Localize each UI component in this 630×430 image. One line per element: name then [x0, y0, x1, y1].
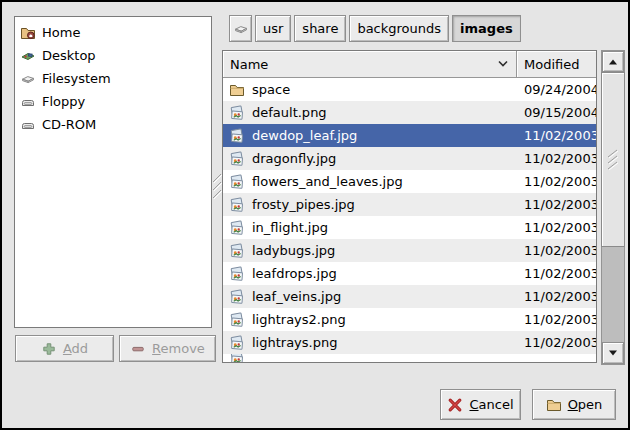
- scroll-up-button[interactable]: [602, 51, 624, 72]
- sidebar-item-floppy[interactable]: Floppy: [15, 90, 211, 113]
- file-row-leafdrops.jpg[interactable]: leafdrops.jpg11/02/2003: [223, 262, 596, 285]
- open-button-label: Open: [568, 397, 603, 412]
- file-name-cell: dragonfly.jpg: [223, 151, 517, 167]
- file-name: dewdop_leaf.jpg: [252, 128, 357, 143]
- file-name-cell: ladybugs.jpg: [223, 243, 517, 259]
- file-name-cell: leaf_veins.jpg: [223, 289, 517, 305]
- file-name: lightrays2.png: [252, 312, 346, 327]
- remove-minus-icon: [130, 341, 146, 357]
- file-name: space: [252, 82, 290, 97]
- image-file-icon: [229, 105, 245, 121]
- sidebar-item-desktop[interactable]: Desktop: [15, 44, 211, 67]
- image-file-icon: [229, 335, 245, 351]
- open-button[interactable]: Open: [532, 389, 616, 420]
- modified-column-label: Modified: [524, 57, 579, 72]
- sidebar-list: HomeDesktopFilesystemFloppyCD-ROM: [15, 21, 211, 136]
- list-header: Name Modified: [223, 51, 596, 78]
- cancel-button-label: Cancel: [469, 397, 513, 412]
- image-file-icon: [229, 220, 245, 236]
- image-file-icon: [229, 354, 245, 362]
- file-modified: 11/02/2003: [517, 312, 596, 327]
- file-name-cell: dewdop_leaf.jpg: [223, 128, 517, 144]
- file-row-partial[interactable]: [223, 354, 596, 362]
- image-file-icon: [229, 243, 245, 259]
- column-header-modified[interactable]: Modified: [517, 51, 596, 78]
- path-button-label: backgrounds: [357, 21, 441, 36]
- name-column-label: Name: [230, 57, 268, 72]
- file-modified: 09/24/2004: [517, 82, 596, 97]
- file-modified: 11/02/2003: [517, 174, 596, 189]
- cancel-x-icon: [447, 397, 463, 413]
- places-sidebar: HomeDesktopFilesystemFloppyCD-ROM: [14, 16, 212, 328]
- image-file-icon: [229, 266, 245, 282]
- add-button-label: Add: [63, 341, 88, 356]
- file-name-cell: default.png: [223, 105, 517, 121]
- file-row-frosty_pipes.jpg[interactable]: frosty_pipes.jpg11/02/2003: [223, 193, 596, 216]
- sort-chevron-down-icon: [497, 60, 509, 68]
- add-plus-icon: [41, 341, 57, 357]
- file-name: default.png: [252, 105, 327, 120]
- cancel-button[interactable]: Cancel: [440, 389, 521, 420]
- file-name: frosty_pipes.jpg: [252, 197, 355, 212]
- path-button-label: usr: [263, 21, 283, 36]
- path-button-root[interactable]: [229, 15, 252, 42]
- desktop-icon: [20, 48, 36, 64]
- sidebar-item-label: Desktop: [42, 48, 96, 63]
- path-button-share[interactable]: share: [294, 15, 346, 42]
- scrollbar-track[interactable]: [602, 72, 624, 342]
- filesystem-disk-icon: [233, 21, 249, 37]
- image-file-icon: [229, 151, 245, 167]
- file-modified: 11/02/2003: [517, 151, 596, 166]
- file-name: flowers_and_leaves.jpg: [252, 174, 403, 189]
- file-row-default.png[interactable]: default.png09/15/2004: [223, 101, 596, 124]
- folder-icon: [229, 82, 245, 98]
- remove-button-label: Remove: [152, 341, 205, 356]
- path-button-images[interactable]: images: [452, 15, 521, 42]
- file-row-ladybugs.jpg[interactable]: ladybugs.jpg11/02/2003: [223, 239, 596, 262]
- column-header-name[interactable]: Name: [223, 51, 517, 78]
- home-folder-icon: [20, 25, 36, 41]
- file-modified: 09/15/2004: [517, 105, 596, 120]
- file-name: ladybugs.jpg: [252, 243, 335, 258]
- sidebar-item-label: Filesystem: [42, 71, 111, 86]
- path-button-usr[interactable]: usr: [255, 15, 291, 42]
- file-row-dragonfly.jpg[interactable]: dragonfly.jpg11/02/2003: [223, 147, 596, 170]
- file-name-cell: flowers_and_leaves.jpg: [223, 174, 517, 190]
- scroll-down-button[interactable]: [602, 342, 624, 364]
- filesystem-disk-icon: [20, 71, 36, 87]
- scrollbar-thumb[interactable]: [601, 72, 625, 247]
- vertical-scrollbar: [601, 50, 625, 365]
- file-modified: 11/02/2003: [517, 335, 596, 350]
- image-file-icon: [229, 197, 245, 213]
- file-list: Name Modified space09/24/2004default.png…: [222, 50, 597, 363]
- file-row-lightrays.png[interactable]: lightrays.png11/02/2003: [223, 331, 596, 354]
- pane-splitter-grip[interactable]: [212, 168, 222, 206]
- sidebar-item-filesystem[interactable]: Filesystem: [15, 67, 211, 90]
- path-button-label: share: [302, 21, 338, 36]
- file-row-dewdop_leaf.jpg[interactable]: dewdop_leaf.jpg11/02/2003: [223, 124, 596, 147]
- image-file-icon: [229, 312, 245, 328]
- sidebar-item-label: CD-ROM: [42, 117, 96, 132]
- image-file-icon: [229, 289, 245, 305]
- sidebar-item-label: Home: [42, 25, 80, 40]
- file-name: lightrays.png: [252, 335, 337, 350]
- file-row-flowers_and_leaves.jpg[interactable]: flowers_and_leaves.jpg11/02/2003: [223, 170, 596, 193]
- drive-icon: [20, 117, 36, 133]
- remove-button[interactable]: Remove: [119, 335, 216, 362]
- file-row-leaf_veins.jpg[interactable]: leaf_veins.jpg11/02/2003: [223, 285, 596, 308]
- file-modified: 11/02/2003: [517, 128, 596, 143]
- file-row-lightrays2.png[interactable]: lightrays2.png11/02/2003: [223, 308, 596, 331]
- file-row-in_flight.jpg[interactable]: in_flight.jpg11/02/2003: [223, 216, 596, 239]
- sidebar-item-home[interactable]: Home: [15, 21, 211, 44]
- sidebar-item-cd-rom[interactable]: CD-ROM: [15, 113, 211, 136]
- path-bar: usrsharebackgroundsimages: [229, 15, 521, 42]
- file-row-space[interactable]: space09/24/2004: [223, 78, 596, 101]
- path-button-backgrounds[interactable]: backgrounds: [349, 15, 449, 42]
- image-file-icon: [229, 128, 245, 144]
- add-button[interactable]: Add: [15, 335, 114, 362]
- file-chooser-dialog: HomeDesktopFilesystemFloppyCD-ROM Add Re…: [0, 0, 630, 430]
- file-name-cell: frosty_pipes.jpg: [223, 197, 517, 213]
- file-name-cell: [223, 354, 517, 362]
- path-button-label: images: [460, 21, 513, 36]
- file-name-cell: lightrays2.png: [223, 312, 517, 328]
